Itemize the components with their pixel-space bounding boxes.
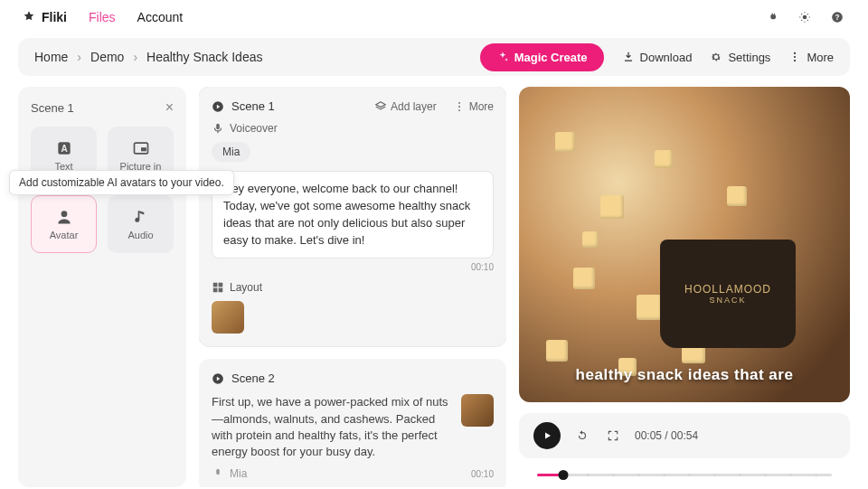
replay-button[interactable] — [573, 427, 591, 445]
play-icon — [542, 430, 552, 441]
more-button[interactable]: More — [788, 51, 834, 64]
layer-type-panel: Scene 1 × A Text Picture in Avatar Audio — [18, 87, 186, 487]
layers-icon — [374, 100, 387, 113]
crumb-current: Healthy Snack Ideas — [146, 50, 262, 64]
scene-card-2[interactable]: Scene 2 First up, we have a power-packed… — [199, 359, 506, 487]
svg-point-5 — [794, 60, 796, 61]
cup-graphic: HOOLLAMOOD SNACK — [660, 240, 796, 348]
download-icon — [622, 51, 635, 63]
brand-label: Fliki — [42, 10, 67, 24]
breadcrumb-bar: Home › Demo › Healthy Snack Ideas Magic … — [18, 38, 850, 76]
more-vertical-icon — [788, 51, 801, 63]
scene2-script: First up, we have a power-packed mix of … — [212, 394, 452, 460]
svg-point-14 — [458, 109, 460, 111]
mic-icon — [212, 122, 224, 135]
settings-button[interactable]: Settings — [710, 51, 770, 64]
tile-audio[interactable]: Audio — [108, 195, 174, 253]
play-solid-icon[interactable] — [212, 372, 224, 385]
svg-point-12 — [458, 101, 460, 103]
svg-point-10 — [61, 211, 67, 217]
panel-title: Scene 1 — [31, 101, 74, 115]
svg-rect-17 — [219, 283, 223, 287]
close-icon[interactable]: × — [165, 99, 174, 116]
slider-knob[interactable] — [559, 470, 569, 480]
logo-icon — [22, 10, 36, 24]
preview-canvas[interactable]: HOOLLAMOOD SNACK healthy snack ideas tha… — [519, 87, 850, 402]
scene-duration: 00:10 — [212, 262, 494, 272]
voice-chip[interactable]: Mia — [212, 142, 250, 162]
more-vertical-icon — [453, 100, 466, 113]
breadcrumb: Home › Demo › Healthy Snack Ideas — [34, 50, 262, 64]
scene-title: Scene 1 — [231, 99, 275, 113]
add-layer-button[interactable]: Add layer — [374, 100, 437, 113]
audio-icon — [132, 208, 150, 226]
layout-thumbnail[interactable] — [212, 301, 244, 334]
play-button[interactable] — [533, 422, 561, 449]
voiceover-label: Voiceover — [230, 122, 278, 135]
svg-rect-19 — [219, 288, 223, 293]
tile-label: Audio — [127, 230, 153, 240]
nav-account[interactable]: Account — [137, 10, 184, 24]
sparkle-icon — [496, 51, 509, 63]
play-solid-icon[interactable] — [212, 100, 224, 113]
crumb-demo[interactable]: Demo — [90, 50, 124, 64]
svg-text:A: A — [61, 144, 67, 154]
top-nav: Files Account — [89, 10, 183, 24]
more-label: More — [807, 51, 834, 64]
theme-icon[interactable] — [796, 8, 814, 26]
chevron-right-icon: › — [77, 50, 81, 64]
tile-avatar[interactable]: Avatar — [31, 195, 97, 253]
avatar-tooltip: Add customizable AI avatars to your vide… — [9, 170, 234, 195]
help-icon[interactable]: ? — [828, 8, 846, 26]
cup-text-1: HOOLLAMOOD — [684, 283, 771, 296]
fire-icon[interactable] — [763, 8, 781, 26]
preview-caption: healthy snack ideas that are — [519, 366, 850, 384]
scene-more-button[interactable]: More — [453, 100, 494, 113]
svg-rect-15 — [216, 124, 220, 129]
layout-label: Layout — [230, 281, 262, 294]
gear-icon — [710, 51, 722, 63]
player-controls: 00:05 / 00:54 — [519, 413, 850, 458]
download-label: Download — [640, 51, 693, 64]
svg-rect-16 — [213, 283, 218, 287]
nav-files[interactable]: Files — [89, 10, 116, 24]
scene-title: Scene 2 — [231, 371, 275, 385]
settings-label: Settings — [728, 51, 770, 64]
svg-rect-9 — [141, 147, 146, 151]
script-input[interactable]: Hey everyone, welcome back to our channe… — [212, 171, 494, 259]
player-time: 00:05 / 00:54 — [635, 429, 698, 442]
layout-icon — [212, 281, 224, 294]
chevron-right-icon: › — [133, 50, 137, 64]
download-button[interactable]: Download — [622, 51, 693, 64]
voice-name: Mia — [230, 467, 247, 480]
svg-point-0 — [803, 15, 807, 20]
scene2-thumbnail[interactable] — [461, 394, 494, 427]
crumb-home[interactable]: Home — [34, 50, 68, 64]
svg-rect-18 — [213, 288, 218, 293]
scene-card-1[interactable]: Scene 1 Add layer More Voiceover Mia Hey… — [199, 87, 506, 346]
svg-text:?: ? — [835, 14, 840, 22]
svg-rect-21 — [216, 469, 220, 475]
brand[interactable]: Fliki — [22, 10, 67, 24]
magic-create-button[interactable]: Magic Create — [480, 43, 604, 71]
timeline-slider[interactable] — [537, 469, 832, 480]
mic-icon — [212, 467, 224, 480]
fullscreen-button[interactable] — [604, 427, 622, 445]
magic-create-label: Magic Create — [514, 51, 588, 64]
text-icon: A — [55, 139, 73, 157]
cup-text-2: SNACK — [709, 296, 746, 305]
tile-label: Avatar — [50, 230, 79, 240]
pip-icon — [132, 139, 150, 157]
scene-duration: 00:10 — [471, 469, 494, 479]
avatar-icon — [55, 208, 73, 226]
svg-point-4 — [794, 56, 796, 58]
svg-point-3 — [794, 52, 796, 54]
svg-point-13 — [458, 106, 460, 108]
